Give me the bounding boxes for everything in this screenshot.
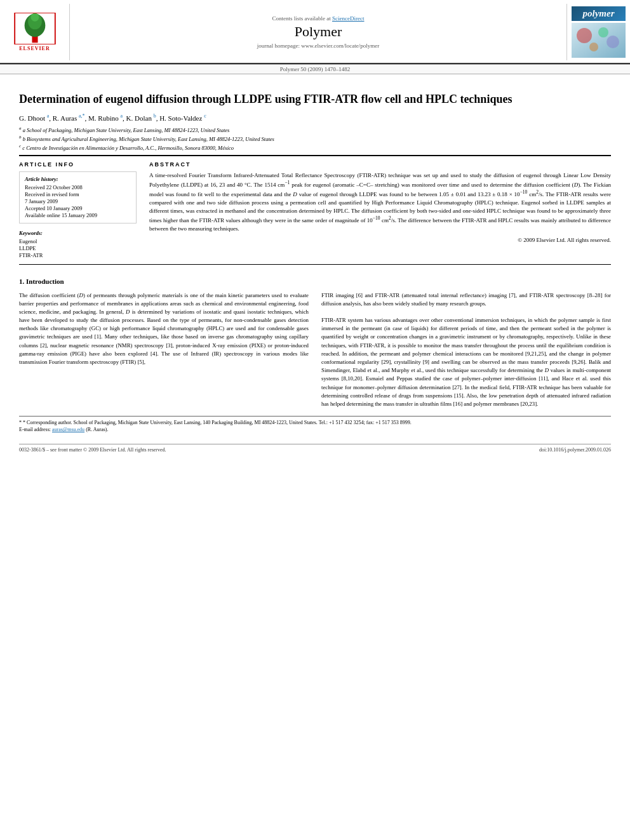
- authors-line: G. Dhoot a, R. Auras a,*, M. Rubino a, K…: [19, 113, 611, 122]
- svg-point-9: [607, 36, 619, 48]
- abstract-text: A time-resolved Fourier Transform Infrar…: [149, 171, 611, 233]
- contents-text: Contents lists available at: [272, 15, 331, 22]
- intro-left-col: The diffusion coefficient (D) of permean…: [19, 291, 309, 409]
- main-content: Determination of eugenol diffusion throu…: [0, 74, 630, 459]
- available-date: Available online 15 January 2009: [25, 212, 131, 218]
- copyright-line: © 2009 Elsevier Ltd. All rights reserved…: [149, 237, 611, 243]
- footnote-text: * * Corresponding author. School of Pack…: [19, 419, 611, 426]
- elsevier-logo: ELSEVIER: [0, 4, 70, 60]
- introduction-two-col: The diffusion coefficient (D) of permean…: [19, 291, 611, 409]
- keyword-eugenol: Eugenol: [19, 238, 137, 244]
- abstract-heading: ABSTRACT: [149, 161, 611, 168]
- article-info-heading: ARTICLE INFO: [19, 161, 137, 168]
- svg-point-7: [577, 28, 592, 43]
- introduction-section: 1. Introduction The diffusion coefficien…: [19, 277, 611, 409]
- keyword-lldpe: LLDPE: [19, 245, 137, 251]
- affiliation-a: a a School of Packaging, Michigan State …: [19, 126, 611, 133]
- journal-center: Contents lists available at ScienceDirec…: [70, 4, 566, 60]
- email-label: E-mail address:: [19, 427, 51, 432]
- article-title: Determination of eugenol diffusion throu…: [19, 92, 611, 107]
- polymer-badge: polymer: [572, 6, 626, 21]
- affil-a-text: a School of Packaging, Michigan State Un…: [23, 127, 230, 133]
- article-info-abstract-section: ARTICLE INFO Article history: Received 2…: [19, 161, 611, 259]
- svg-point-10: [589, 43, 598, 51]
- accepted-date: Accepted 10 January 2009: [25, 205, 131, 211]
- polymer-cover-image: [572, 23, 626, 58]
- journal-homepage: journal homepage: www.elsevier.com/locat…: [257, 43, 379, 49]
- journal-title: Polymer: [295, 23, 342, 40]
- affil-c-text: c Centro de Investigación en Alimentació…: [22, 145, 234, 151]
- elsevier-label: ELSEVIER: [19, 46, 50, 51]
- article-history-title: Article history:: [25, 176, 131, 182]
- issn-line: 0032-3861/$ – see front matter © 2009 El…: [19, 447, 166, 453]
- revised-date: 7 January 2009: [25, 198, 131, 204]
- divider-thick: [19, 155, 611, 156]
- affiliation-c: c c Centro de Investigación en Alimentac…: [19, 143, 611, 151]
- article-info-column: ARTICLE INFO Article history: Received 2…: [19, 161, 137, 259]
- divider-after-abstract: [19, 264, 611, 265]
- email-link[interactable]: auras@msu.edu: [52, 427, 84, 432]
- polymer-badge-text: polymer: [583, 8, 615, 18]
- keywords-label: Keywords:: [19, 230, 137, 236]
- email-name: (R. Auras).: [86, 427, 108, 432]
- keywords-box: Keywords: Eugenol LLDPE FTIR-ATR: [19, 230, 137, 258]
- affiliation-b: b b Biosystems and Agricultural Engineer…: [19, 135, 611, 142]
- abstract-column: ABSTRACT A time-resolved Fourier Transfo…: [149, 161, 611, 259]
- homepage-text: journal homepage: www.elsevier.com/locat…: [257, 43, 379, 49]
- doi-line: doi:10.1016/j.polymer.2009.01.026: [539, 447, 611, 453]
- keyword-ftir: FTIR-ATR: [19, 252, 137, 258]
- footnote-email: E-mail address: auras@msu.edu (R. Auras)…: [19, 426, 611, 433]
- article-history-box: Article history: Received 22 October 200…: [19, 171, 137, 223]
- revised-label: Received in revised form: [25, 191, 131, 197]
- journal-ref-line: Polymer 50 (2009) 1470–1482: [0, 64, 630, 74]
- received-date: Received 22 October 2008: [25, 184, 131, 190]
- footnote-content: * Corresponding author. School of Packag…: [23, 420, 412, 425]
- bottom-bar: 0032-3861/$ – see front matter © 2009 El…: [19, 444, 611, 453]
- footnote-section: * * Corresponding author. School of Pack…: [19, 416, 611, 433]
- journal-header: ELSEVIER Contents lists available at Sci…: [0, 0, 630, 64]
- introduction-title: 1. Introduction: [19, 277, 611, 285]
- sciencedirect-link[interactable]: ScienceDirect: [332, 15, 364, 22]
- svg-point-8: [598, 27, 608, 37]
- intro-right-col: FTIR imaging [6] and FTIR-ATR (attenuate…: [321, 291, 611, 409]
- affil-b-text: b Biosystems and Agricultural Engineerin…: [23, 136, 274, 142]
- svg-point-4: [30, 13, 39, 22]
- sciencedirect-line: Contents lists available at ScienceDirec…: [272, 15, 365, 22]
- polymer-logo-right: polymer: [566, 4, 630, 60]
